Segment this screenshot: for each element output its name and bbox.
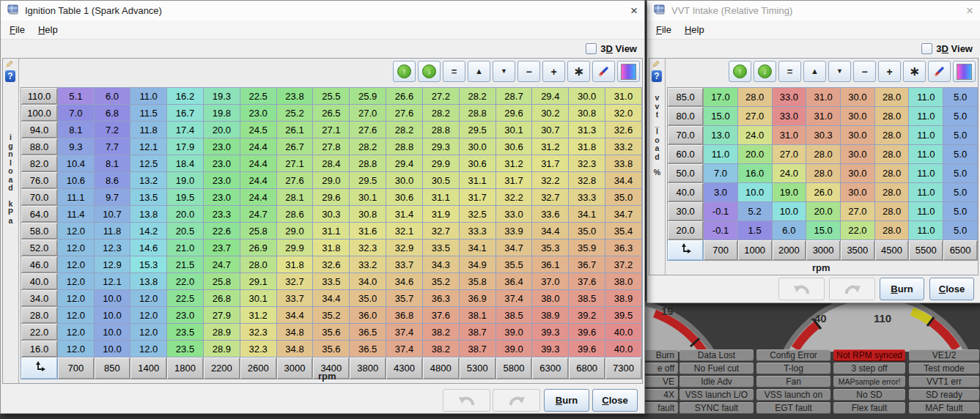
table-cell[interactable]: 11.8 <box>130 122 167 138</box>
table-cell[interactable]: 39.3 <box>532 341 569 357</box>
table-cell[interactable]: 30.1 <box>350 189 386 206</box>
table-cell[interactable]: 32.1 <box>386 223 423 240</box>
table-cell[interactable]: 29.6 <box>313 189 350 206</box>
table-cell[interactable]: 21.5 <box>167 256 204 273</box>
table-cell[interactable]: 29.6 <box>495 105 532 122</box>
table-cell[interactable]: 15.0 <box>704 107 737 126</box>
table-cell[interactable]: 11.0 <box>909 107 943 126</box>
table-cell[interactable]: 10.0 <box>94 341 130 357</box>
table-cell[interactable]: 11.0 <box>909 164 943 183</box>
table-cell[interactable]: 39.0 <box>495 324 532 341</box>
table-cell[interactable]: 31.4 <box>386 206 423 223</box>
table-cell[interactable]: 32.2 <box>532 172 569 189</box>
set-equal-icon[interactable]: = <box>778 61 801 82</box>
close-icon[interactable]: × <box>630 4 638 17</box>
table-cell[interactable]: 12.0 <box>58 223 95 240</box>
table-cell[interactable]: 35.0 <box>350 290 386 307</box>
table-cell[interactable]: 28.0 <box>874 202 909 221</box>
table-cell[interactable]: 10.6 <box>58 172 95 189</box>
axis-corner-button[interactable] <box>21 357 58 379</box>
table-cell[interactable]: 5.0 <box>943 88 978 107</box>
row-header[interactable]: 80.0 <box>668 107 704 126</box>
table-cell[interactable]: 39.6 <box>569 324 605 341</box>
table-cell[interactable]: 32.2 <box>495 189 532 206</box>
table-cell[interactable]: 28.0 <box>874 126 909 145</box>
table-cell[interactable]: 31.8 <box>569 138 605 155</box>
table-cell[interactable]: 25.2 <box>276 105 313 122</box>
axis-corner-button[interactable] <box>668 240 704 261</box>
decrease-icon[interactable]: ▼ <box>828 61 851 82</box>
table-cell[interactable]: 37.6 <box>422 307 459 324</box>
table-cell[interactable]: 27.0 <box>840 202 874 221</box>
table-cell[interactable]: 27.6 <box>350 122 386 138</box>
table-cell[interactable]: 5.0 <box>943 164 978 183</box>
table-cell[interactable]: 29.5 <box>350 172 386 189</box>
table-cell[interactable]: 18.4 <box>167 155 204 172</box>
column-header[interactable]: 3000 <box>806 240 841 261</box>
table-cell[interactable]: 30.0 <box>840 164 874 183</box>
table-cell[interactable]: 10.0 <box>94 307 130 324</box>
table-cell[interactable]: 23.0 <box>240 105 276 122</box>
table-cell[interactable]: 12.0 <box>130 307 167 324</box>
table-cell[interactable]: 36.4 <box>495 273 532 290</box>
table-cell[interactable]: 38.9 <box>605 290 642 307</box>
table-cell[interactable]: 30.0 <box>840 126 874 145</box>
table-cell[interactable]: 30.0 <box>386 172 423 189</box>
table-cell[interactable]: 30.0 <box>840 145 874 164</box>
column-header[interactable]: 2200 <box>203 357 240 379</box>
table-cell[interactable]: 28.2 <box>422 105 459 122</box>
table-cell[interactable]: 28.0 <box>874 145 909 164</box>
menu-file[interactable]: File <box>650 23 677 37</box>
table-cell[interactable]: 31.2 <box>532 138 569 155</box>
table-cell[interactable]: 26.7 <box>276 138 313 155</box>
table-cell[interactable]: 28.1 <box>276 189 313 206</box>
table-cell[interactable]: 34.4 <box>532 223 569 240</box>
table-cell[interactable]: 30.1 <box>240 290 276 307</box>
table-cell[interactable]: 38.5 <box>495 307 532 324</box>
table-cell[interactable]: 37.6 <box>569 273 605 290</box>
table-cell[interactable]: 38.0 <box>532 290 569 307</box>
table-cell[interactable]: 36.0 <box>350 307 386 324</box>
table-cell[interactable]: 22.6 <box>203 223 240 240</box>
table-cell[interactable]: 31.3 <box>569 122 605 138</box>
table-cell[interactable]: 38.2 <box>422 341 459 357</box>
table-cell[interactable]: 23.5 <box>167 324 204 341</box>
table-cell[interactable]: 34.7 <box>605 206 642 223</box>
3d-view-checkbox[interactable] <box>921 43 932 54</box>
table-cell[interactable]: 30.8 <box>350 206 386 223</box>
table-cell[interactable]: 24.4 <box>240 138 276 155</box>
table-cell[interactable]: 28.0 <box>874 221 909 240</box>
column-header[interactable]: 2000 <box>772 240 806 261</box>
edit-pencil-icon[interactable]: ✎ <box>650 60 661 68</box>
table-cell[interactable]: 10.0 <box>772 202 806 221</box>
column-header[interactable]: 6500 <box>943 240 978 261</box>
table-cell[interactable]: 12.0 <box>130 324 167 341</box>
table-cell[interactable]: 12.0 <box>58 273 95 290</box>
table-cell[interactable]: 34.4 <box>313 290 350 307</box>
table-cell[interactable]: 37.4 <box>386 324 423 341</box>
table-cell[interactable]: -0.1 <box>704 221 737 240</box>
table-cell[interactable]: 16.7 <box>167 105 204 122</box>
row-header[interactable]: 64.0 <box>21 206 58 223</box>
table-cell[interactable]: 5.2 <box>737 202 772 221</box>
table-cell[interactable]: 31.0 <box>772 126 806 145</box>
column-header[interactable]: 3500 <box>840 240 874 261</box>
table-cell[interactable]: 32.0 <box>605 105 642 122</box>
row-header[interactable]: 94.0 <box>21 122 58 138</box>
table-cell[interactable]: 29.1 <box>240 273 276 290</box>
table-cell[interactable]: 5.0 <box>943 183 978 202</box>
table-cell[interactable]: 10.7 <box>94 206 130 223</box>
table-cell[interactable]: 11.0 <box>909 183 943 202</box>
table-cell[interactable]: 10.0 <box>737 183 772 202</box>
table-cell[interactable]: 35.6 <box>313 341 350 357</box>
table-cell[interactable]: 23.8 <box>276 88 313 105</box>
row-header[interactable]: 20.0 <box>668 221 704 240</box>
table-cell[interactable]: 32.6 <box>313 256 350 273</box>
table-cell[interactable]: 30.0 <box>840 107 874 126</box>
table-cell[interactable]: 30.0 <box>840 88 874 107</box>
close-button[interactable]: Close <box>592 389 638 412</box>
burn-button[interactable]: Burn <box>544 389 589 412</box>
table-cell[interactable]: 5.0 <box>943 145 978 164</box>
table-cell[interactable]: 36.9 <box>459 290 495 307</box>
table-cell[interactable]: 24.4 <box>240 155 276 172</box>
